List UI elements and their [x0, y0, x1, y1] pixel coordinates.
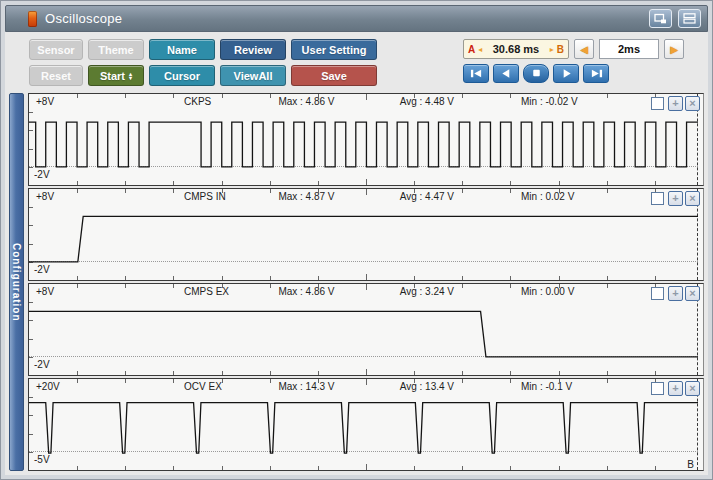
- channel-controls: + ×: [651, 381, 700, 396]
- timebase-value: 2ms: [599, 39, 659, 59]
- time-readout-row: A ◂ 30.68 ms ▸ B ◀ 2ms ▶: [463, 39, 684, 59]
- toolbar-button-theme: Theme: [88, 39, 144, 60]
- channel-zoom-button[interactable]: +: [668, 286, 683, 301]
- playback-step-forward-button[interactable]: [553, 64, 579, 83]
- plus-icon: +: [672, 382, 678, 394]
- channel-list: +8V CKPS Max : 4.86 V Avg : 4.48 V Min :…: [28, 93, 704, 471]
- toolbar-button-cursor[interactable]: Cursor: [149, 65, 215, 86]
- playback-skip-end-button[interactable]: [583, 64, 609, 83]
- left-arrow-icon: ◂: [478, 45, 482, 54]
- switch-window-icon: [653, 12, 668, 25]
- plus-icon: +: [672, 97, 678, 109]
- toolbar-button-name[interactable]: Name: [149, 39, 215, 60]
- ab-time-value: 30.68 ms: [485, 43, 547, 55]
- toolbar-button-review[interactable]: Review: [220, 39, 286, 60]
- toolbar-button-label: ViewAll: [234, 70, 273, 82]
- channel-controls: + ×: [651, 286, 700, 301]
- channel-close-button[interactable]: ×: [685, 381, 700, 396]
- time-controls: A ◂ 30.68 ms ▸ B ◀ 2ms ▶: [463, 39, 698, 83]
- channel-panel-ckps: +8V CKPS Max : 4.86 V Avg : 4.48 V Min :…: [28, 93, 704, 186]
- channel-zoom-button[interactable]: +: [668, 96, 683, 111]
- skip-end-icon: [589, 67, 604, 80]
- plus-icon: +: [672, 287, 678, 299]
- channel-checkbox[interactable]: [651, 192, 664, 205]
- right-arrow-icon: ▶: [670, 44, 678, 55]
- plus-icon: +: [672, 192, 678, 204]
- stacked-windows-icon: [682, 12, 697, 25]
- toolbar-button-label: Start: [100, 70, 125, 82]
- channel-close-button[interactable]: ×: [685, 96, 700, 111]
- channel-controls: + ×: [651, 96, 700, 111]
- close-icon: ×: [689, 287, 695, 299]
- right-arrow-icon: ▸: [550, 45, 554, 54]
- toolbar-button-label: Reset: [41, 70, 71, 82]
- stacked-windows-button[interactable]: [678, 9, 701, 28]
- toolbar-button-start[interactable]: Start▴▾: [88, 65, 144, 86]
- toolbar-button-sensor: Sensor: [29, 39, 83, 60]
- playback-skip-start-button[interactable]: [463, 64, 489, 83]
- cursor-a-label: A: [468, 44, 475, 55]
- toolbar-button-label: Sensor: [37, 44, 74, 56]
- step-back-icon: [499, 67, 514, 80]
- start-spinner-icon: ▴▾: [129, 72, 132, 80]
- left-arrow-icon: ◀: [580, 44, 588, 55]
- app-icon: [28, 11, 37, 27]
- titlebar: Oscilloscope: [5, 5, 708, 32]
- scope-area: Configuration +8V CKPS Max : 4.86 V Avg …: [5, 92, 708, 475]
- toolbar-button-viewall[interactable]: ViewAll: [220, 65, 286, 86]
- channel-checkbox[interactable]: [651, 287, 664, 300]
- playback-stop-button[interactable]: [523, 64, 549, 83]
- skip-start-icon: [469, 67, 484, 80]
- toolbar-button-label: User Setting: [302, 44, 367, 56]
- timebase-prev-button[interactable]: ◀: [574, 39, 594, 59]
- step-forward-icon: [559, 67, 574, 80]
- cursor-b-label: B: [557, 44, 564, 55]
- configuration-tab[interactable]: Configuration: [9, 93, 24, 471]
- toolbar-button-label: Save: [321, 70, 347, 82]
- toolbar-button-reset: Reset: [29, 65, 83, 86]
- stop-icon: [529, 67, 544, 80]
- toolbar-button-label: Name: [167, 44, 197, 56]
- channel-checkbox[interactable]: [651, 382, 664, 395]
- channel-zoom-button[interactable]: +: [668, 191, 683, 206]
- close-icon: ×: [689, 97, 695, 109]
- playback-controls: [463, 64, 609, 83]
- waveform-trace: [29, 189, 698, 280]
- oscilloscope-window: Oscilloscope SensorThemeNameReviewUser S…: [0, 0, 713, 480]
- waveform-trace: [29, 379, 698, 470]
- window-buttons: [649, 9, 701, 28]
- toolbar-button-label: Theme: [98, 44, 133, 56]
- channel-controls: + ×: [651, 191, 700, 206]
- channel-close-button[interactable]: ×: [685, 286, 700, 301]
- toolbar-button-save[interactable]: Save: [291, 65, 377, 86]
- toolbar-button-user-setting[interactable]: User Setting: [291, 39, 377, 60]
- channel-panel-cmps-ex: +8V CMPS EX Max : 4.86 V Avg : 3.24 V Mi…: [28, 283, 704, 376]
- toolbar-button-label: Cursor: [164, 70, 200, 82]
- channel-panel-cmps-in: +8V CMPS IN Max : 4.87 V Avg : 4.47 V Mi…: [28, 188, 704, 281]
- waveform-trace: [29, 284, 698, 375]
- window-title: Oscilloscope: [45, 11, 122, 26]
- toolbar-button-grid: SensorThemeNameReviewUser SettingResetSt…: [29, 39, 377, 86]
- configuration-tab-label: Configuration: [11, 243, 22, 322]
- channel-panel-ocv-ex: +20V OCV EX Max : 14.3 V Avg : 13.4 V Mi…: [28, 378, 704, 471]
- toolbar-button-label: Review: [234, 44, 272, 56]
- switch-window-button[interactable]: [649, 9, 672, 28]
- toolbar: SensorThemeNameReviewUser SettingResetSt…: [5, 32, 708, 92]
- channel-zoom-button[interactable]: +: [668, 381, 683, 396]
- ab-cursor-readout: A ◂ 30.68 ms ▸ B: [463, 39, 569, 59]
- timebase-next-button[interactable]: ▶: [664, 39, 684, 59]
- channel-checkbox[interactable]: [651, 97, 664, 110]
- close-icon: ×: [689, 382, 695, 394]
- close-icon: ×: [689, 192, 695, 204]
- waveform-trace: [29, 94, 698, 185]
- channel-close-button[interactable]: ×: [685, 191, 700, 206]
- playback-step-back-button[interactable]: [493, 64, 519, 83]
